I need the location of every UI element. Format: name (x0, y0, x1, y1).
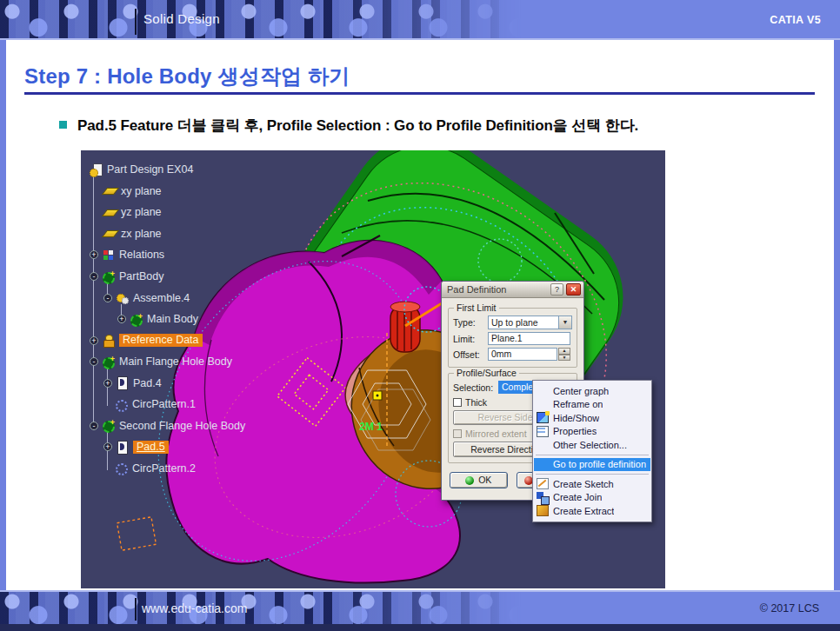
tree-item-main-flange-hole-body[interactable]: - Main Flange Hole Body (86, 351, 245, 373)
tree-item-xy-plane[interactable]: xy plane (86, 181, 245, 203)
chevron-down-icon[interactable]: ▼ (558, 316, 571, 329)
tree-item-assemble-4[interactable]: - Assemble.4 (86, 287, 245, 309)
header-brand-label: CATIA V5 (770, 14, 821, 26)
tree-item-part-design-ex04[interactable]: Part Design EX04 (86, 159, 245, 181)
tree-item-label: Reference Data (119, 334, 203, 347)
expander-icon[interactable]: - (90, 357, 98, 366)
sketch-icon (537, 478, 549, 489)
menu-item-go-to-profile-definition[interactable]: Go to profile definition (534, 458, 650, 472)
circpattern-icon (115, 398, 128, 411)
tree-item-label: Pad.4 (133, 377, 162, 389)
catia-screenshot: 2M 1 Part Design EX04 xy plane yz plane … (81, 150, 665, 588)
tree-item-partbody[interactable]: - PartBody (86, 266, 245, 288)
menu-item-label: Go to profile definition (553, 459, 646, 469)
menu-item-center-graph[interactable]: Center graph (534, 384, 650, 398)
title-underline (24, 92, 815, 95)
tree-item-reference-data[interactable]: + Reference Data (86, 329, 245, 351)
join-icon (537, 492, 549, 503)
tree-item-label: Pad.5 (133, 441, 169, 454)
menu-item-label: Center graph (553, 386, 609, 396)
tree-item-circpattern-2[interactable]: CircPattern.2 (86, 458, 245, 480)
menu-separator (536, 474, 649, 475)
ok-icon (465, 476, 474, 485)
thick-checkbox[interactable] (453, 398, 462, 407)
spin-up-icon[interactable]: ▲ (558, 348, 570, 355)
tree-item-relations[interactable]: + Relations (86, 244, 245, 266)
offset-label: Offset: (453, 349, 488, 360)
expander-icon[interactable]: + (103, 379, 112, 388)
spin-down-icon[interactable]: ▼ (558, 355, 570, 362)
pad-icon (116, 376, 129, 389)
tree-item-zx-plane[interactable]: zx plane (86, 223, 245, 245)
tree-item-yz-plane[interactable]: yz plane (86, 202, 245, 223)
offset-input[interactable]: 0mm (488, 348, 557, 361)
tree-item-label: Part Design EX04 (107, 163, 193, 176)
menu-item-label: Create Sketch (553, 479, 614, 489)
menu-item-create-sketch[interactable]: Create Sketch (534, 477, 650, 491)
body-icon (130, 313, 143, 326)
menu-item-label: Hide/Show (553, 413, 599, 423)
relations-icon (102, 249, 115, 262)
header-course-label: Solid Design (143, 11, 220, 26)
menu-item-create-join[interactable]: Create Join (534, 491, 650, 505)
header-pattern-decoration (0, 0, 521, 38)
expander-icon[interactable]: + (117, 315, 126, 323)
tree-item-pad-5[interactable]: + Pad.5 (86, 436, 245, 458)
expander-icon[interactable]: + (90, 336, 98, 345)
mirrored-extent-checkbox[interactable] (453, 429, 462, 438)
expander-icon[interactable]: + (90, 250, 98, 259)
tree-item-circpattern-1[interactable]: CircPattern.1 (86, 394, 245, 415)
ok-button[interactable]: OK (450, 472, 508, 488)
instruction-text: Pad.5 Feature 더블 클릭 후, Profile Selection… (77, 116, 638, 136)
expander-icon[interactable]: - (90, 422, 98, 430)
footer-copyright: © 2017 LCS (760, 602, 819, 614)
footer-divider (135, 598, 137, 621)
type-select[interactable]: Up to plane ▼ (488, 316, 572, 329)
tree-item-second-flange-hole-body[interactable]: - Second Flange Hole Body (86, 415, 245, 437)
type-label: Type: (453, 317, 488, 328)
tree-item-main-body[interactable]: + Main Body (86, 309, 245, 330)
bullet-square-icon (59, 121, 67, 129)
dialog-title: Pad Definition (447, 284, 550, 295)
menu-item-label: Reframe on (553, 399, 603, 409)
body-icon (102, 419, 115, 432)
plane-icon (103, 227, 117, 240)
menu-icon-spacer (537, 459, 549, 470)
plane-icon (103, 184, 117, 197)
help-icon[interactable]: ? (550, 283, 563, 296)
instruction-bullet: Pad.5 Feature 더블 클릭 후, Profile Selection… (59, 116, 638, 136)
page-title: Step 7 : Hole Body 생성작업 하기 (24, 63, 350, 90)
menu-item-hide-show[interactable]: Hide/Show (534, 411, 650, 425)
extract-icon (537, 505, 549, 516)
menu-item-label: Other Selection... (553, 440, 627, 450)
tree-item-label: yz plane (121, 206, 162, 218)
menu-separator (536, 455, 649, 455)
footer-pattern-decoration (0, 592, 521, 624)
expander-icon[interactable]: + (103, 442, 112, 451)
offset-stepper[interactable]: ▲ ▼ (558, 348, 570, 361)
expander-icon[interactable]: - (103, 294, 112, 302)
dialog-titlebar[interactable]: Pad Definition ? ✕ (442, 282, 583, 298)
part-icon (90, 163, 103, 176)
close-icon[interactable]: ✕ (566, 283, 581, 296)
footer-website-link[interactable]: www.edu-catia.com (142, 601, 247, 615)
expander-icon[interactable]: - (90, 272, 98, 281)
circpattern-icon (115, 462, 128, 475)
tree-item-label: CircPattern.2 (132, 462, 196, 475)
menu-item-properties[interactable]: Properties (534, 425, 650, 439)
footer-band: www.edu-catia.com © 2017 LCS (0, 590, 840, 624)
menu-item-label: Properties (553, 426, 597, 436)
menu-item-create-extract[interactable]: Create Extract (534, 504, 650, 518)
slide-right-border (834, 40, 840, 590)
tree-item-label: CircPattern.1 (132, 398, 196, 410)
limit-input[interactable]: Plane.1 (488, 332, 570, 345)
menu-item-label: Create Extract (553, 506, 614, 516)
tree-item-pad-4[interactable]: + Pad.4 (86, 372, 245, 394)
tree-item-label: Second Flange Hole Body (119, 420, 245, 432)
reference-icon (102, 334, 115, 347)
menu-item-reframe-on[interactable]: Reframe on (534, 398, 650, 412)
menu-item-other-selection-[interactable]: Other Selection... (534, 438, 650, 452)
menu-icon-spacer (537, 399, 549, 410)
slide-left-border (0, 40, 6, 590)
menu-icon-spacer (537, 439, 549, 450)
